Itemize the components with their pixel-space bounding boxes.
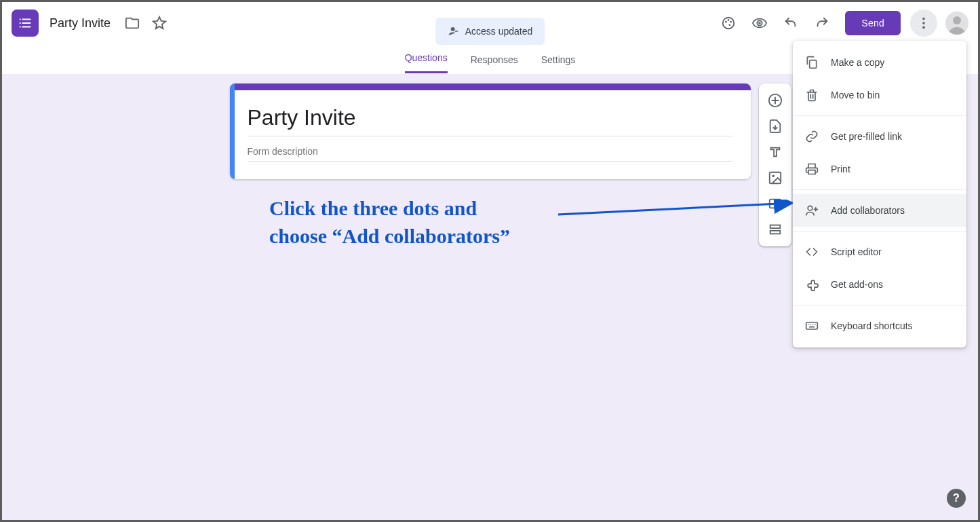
menu-label: Keyboard shortcuts [831, 320, 913, 331]
svg-line-18 [558, 203, 792, 215]
help-icon[interactable]: ? [947, 489, 966, 508]
add-question-icon[interactable] [762, 88, 788, 113]
svg-point-14 [772, 174, 775, 177]
svg-rect-17 [770, 231, 780, 234]
menu-prefilled-link[interactable]: Get pre-filled link [793, 120, 966, 153]
overflow-menu: Make a copy Move to bin Get pre-filled l… [793, 41, 966, 348]
link-icon [805, 130, 819, 143]
svg-point-11 [450, 27, 454, 31]
menu-move-to-bin[interactable]: Move to bin [793, 79, 966, 111]
add-section-icon[interactable] [762, 217, 788, 242]
annotation-line-1: Click the three dots and [269, 195, 510, 223]
code-icon [805, 245, 819, 259]
form-title-input[interactable] [248, 104, 733, 136]
person-remove-icon [448, 25, 460, 37]
svg-rect-16 [770, 225, 780, 229]
tab-settings[interactable]: Settings [541, 54, 576, 73]
svg-point-8 [922, 26, 925, 29]
document-title[interactable]: Party Invite [50, 16, 111, 31]
menu-make-copy[interactable]: Make a copy [793, 46, 966, 79]
import-questions-icon[interactable] [762, 113, 788, 139]
form-description-input[interactable] [248, 138, 733, 162]
chip-label: Access updated [465, 26, 533, 37]
menu-separator [793, 231, 966, 231]
svg-rect-19 [810, 60, 817, 69]
menu-script-editor[interactable]: Script editor [793, 236, 966, 268]
menu-label: Script editor [831, 246, 882, 257]
add-video-icon[interactable] [762, 191, 788, 217]
theme-icon[interactable] [715, 10, 742, 37]
svg-point-1 [725, 21, 727, 23]
menu-keyboard-shortcuts[interactable]: Keyboard shortcuts [793, 310, 966, 342]
forms-logo[interactable] [12, 10, 39, 37]
menu-add-collaborators[interactable]: Add collaborators [793, 194, 966, 227]
more-icon[interactable] [910, 10, 937, 37]
svg-point-20 [808, 206, 812, 210]
svg-rect-21 [806, 322, 818, 329]
svg-point-2 [728, 19, 730, 21]
menu-label: Move to bin [831, 90, 880, 100]
svg-point-5 [758, 22, 761, 24]
move-folder-icon[interactable] [119, 10, 146, 37]
menu-print[interactable]: Print [793, 153, 966, 185]
copy-icon [805, 56, 819, 69]
print-icon [805, 162, 819, 176]
account-avatar[interactable] [945, 12, 968, 35]
preview-icon[interactable] [746, 10, 773, 37]
form-header-card[interactable] [230, 83, 751, 179]
svg-point-6 [922, 18, 925, 20]
annotation-text: Click the three dots and choose “Add col… [269, 195, 510, 250]
redo-icon[interactable] [808, 10, 836, 37]
svg-point-7 [922, 22, 925, 24]
undo-icon[interactable] [777, 10, 804, 37]
menu-label: Make a copy [831, 57, 884, 68]
question-side-rail [759, 83, 791, 246]
svg-point-4 [729, 24, 731, 26]
menu-label: Get pre-filled link [831, 131, 902, 142]
menu-label: Add collaborators [831, 205, 905, 216]
menu-separator [793, 305, 966, 305]
menu-separator [793, 115, 966, 116]
menu-label: Print [831, 164, 850, 174]
keyboard-icon [805, 319, 819, 333]
tab-questions[interactable]: Questions [405, 52, 448, 73]
svg-point-3 [730, 21, 732, 23]
add-title-icon[interactable] [762, 139, 788, 165]
menu-separator [793, 189, 966, 190]
access-updated-chip: Access updated [435, 18, 545, 45]
trash-icon [805, 88, 819, 102]
svg-rect-13 [769, 172, 781, 184]
send-button[interactable]: Send [845, 11, 901, 35]
add-collaborators-icon [805, 204, 819, 217]
tab-responses[interactable]: Responses [471, 54, 518, 73]
add-image-icon[interactable] [762, 165, 788, 191]
svg-point-10 [953, 16, 961, 24]
star-icon[interactable] [146, 10, 173, 37]
toolbar-right-group: Send [715, 10, 968, 37]
annotation-line-2: choose “Add collaborators” [269, 223, 510, 250]
addon-icon [805, 278, 819, 291]
menu-get-addons[interactable]: Get add-ons [793, 268, 966, 301]
menu-label: Get add-ons [831, 279, 883, 290]
